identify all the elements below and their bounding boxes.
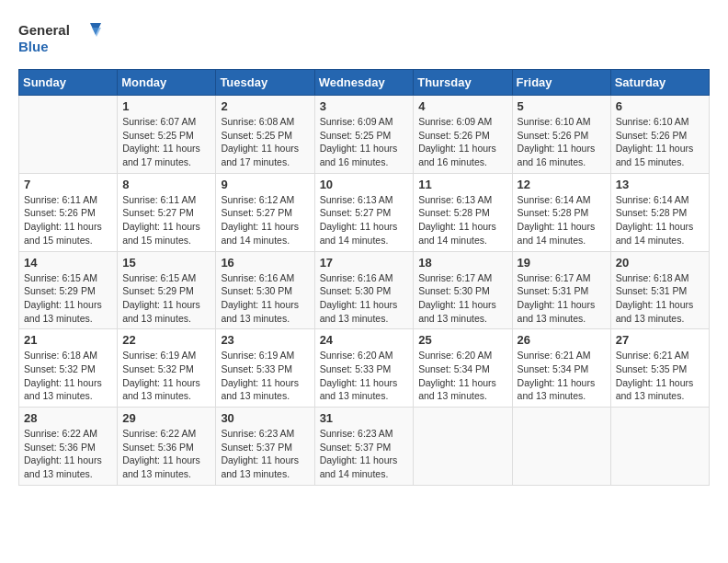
header-tuesday: Tuesday — [216, 70, 314, 96]
svg-marker-3 — [92, 28, 101, 37]
header-wednesday: Wednesday — [314, 70, 414, 96]
day-number: 30 — [221, 411, 309, 425]
day-info: Sunrise: 6:09 AMSunset: 5:25 PMDaylight:… — [320, 115, 409, 169]
day-info: Sunrise: 6:07 AMSunset: 5:25 PMDaylight:… — [122, 115, 210, 169]
day-info: Sunrise: 6:15 AMSunset: 5:29 PMDaylight:… — [24, 271, 112, 326]
day-info: Sunrise: 6:22 AMSunset: 5:36 PMDaylight:… — [122, 427, 210, 481]
day-number: 6 — [616, 99, 704, 113]
day-number: 16 — [221, 256, 309, 270]
day-info: Sunrise: 6:23 AMSunset: 5:37 PMDaylight:… — [221, 427, 309, 481]
calendar-cell: 26Sunrise: 6:21 AMSunset: 5:34 PMDayligh… — [512, 329, 610, 408]
day-info: Sunrise: 6:22 AMSunset: 5:36 PMDaylight:… — [24, 427, 112, 481]
day-number: 18 — [418, 256, 506, 270]
day-number: 7 — [24, 178, 112, 191]
header-monday: Monday — [118, 70, 216, 96]
day-info: Sunrise: 6:19 AMSunset: 5:33 PMDaylight:… — [221, 349, 309, 403]
calendar-cell: 1Sunrise: 6:07 AMSunset: 5:25 PMDaylight… — [118, 96, 216, 174]
calendar-cell: 2Sunrise: 6:08 AMSunset: 5:25 PMDaylight… — [216, 96, 314, 174]
day-number: 17 — [320, 256, 409, 270]
day-info: Sunrise: 6:20 AMSunset: 5:33 PMDaylight:… — [320, 349, 409, 403]
day-info: Sunrise: 6:14 AMSunset: 5:28 PMDaylight:… — [518, 193, 606, 247]
calendar-cell: 16Sunrise: 6:16 AMSunset: 5:30 PMDayligh… — [216, 251, 314, 329]
calendar-cell: 25Sunrise: 6:20 AMSunset: 5:34 PMDayligh… — [414, 329, 512, 408]
day-number: 14 — [24, 256, 112, 270]
calendar-cell: 9Sunrise: 6:12 AMSunset: 5:27 PMDaylight… — [216, 173, 314, 251]
header-sunday: Sunday — [19, 70, 118, 96]
calendar-table: SundayMondayTuesdayWednesdayThursdayFrid… — [18, 69, 710, 486]
day-number: 26 — [518, 333, 606, 347]
day-number: 27 — [616, 333, 704, 347]
week-row-2: 7Sunrise: 6:11 AMSunset: 5:26 PMDaylight… — [19, 173, 710, 251]
calendar-cell: 12Sunrise: 6:14 AMSunset: 5:28 PMDayligh… — [512, 173, 610, 251]
day-number: 13 — [616, 178, 704, 191]
day-number: 24 — [320, 333, 409, 347]
day-number: 5 — [518, 99, 606, 113]
day-number: 19 — [518, 256, 606, 270]
calendar-cell: 19Sunrise: 6:17 AMSunset: 5:31 PMDayligh… — [512, 251, 610, 329]
day-number: 2 — [221, 99, 309, 113]
day-info: Sunrise: 6:14 AMSunset: 5:28 PMDaylight:… — [616, 193, 704, 247]
day-number: 20 — [616, 256, 704, 270]
header-friday: Friday — [512, 70, 610, 96]
day-info: Sunrise: 6:11 AMSunset: 5:27 PMDaylight:… — [122, 193, 210, 247]
calendar-cell — [512, 408, 610, 486]
calendar-cell — [414, 408, 512, 486]
day-number: 12 — [518, 178, 606, 191]
day-info: Sunrise: 6:13 AMSunset: 5:28 PMDaylight:… — [418, 193, 506, 247]
day-number: 22 — [122, 333, 210, 347]
calendar-cell: 11Sunrise: 6:13 AMSunset: 5:28 PMDayligh… — [414, 173, 512, 251]
day-number: 25 — [418, 333, 506, 347]
calendar-cell: 18Sunrise: 6:17 AMSunset: 5:30 PMDayligh… — [414, 251, 512, 329]
calendar-cell — [19, 96, 118, 174]
day-number: 8 — [122, 178, 210, 191]
day-number: 23 — [221, 333, 309, 347]
day-number: 10 — [320, 178, 409, 191]
calendar-cell: 20Sunrise: 6:18 AMSunset: 5:31 PMDayligh… — [610, 251, 709, 329]
day-info: Sunrise: 6:21 AMSunset: 5:34 PMDaylight:… — [518, 349, 606, 403]
logo: General Blue — [18, 18, 101, 60]
day-number: 31 — [320, 411, 409, 425]
day-info: Sunrise: 6:10 AMSunset: 5:26 PMDaylight:… — [518, 115, 606, 169]
calendar-cell: 22Sunrise: 6:19 AMSunset: 5:32 PMDayligh… — [118, 329, 216, 408]
header-thursday: Thursday — [414, 70, 512, 96]
calendar-cell: 23Sunrise: 6:19 AMSunset: 5:33 PMDayligh… — [216, 329, 314, 408]
week-row-5: 28Sunrise: 6:22 AMSunset: 5:36 PMDayligh… — [19, 408, 710, 486]
day-number: 21 — [24, 333, 112, 347]
calendar-cell: 8Sunrise: 6:11 AMSunset: 5:27 PMDaylight… — [118, 173, 216, 251]
day-info: Sunrise: 6:21 AMSunset: 5:35 PMDaylight:… — [616, 349, 704, 403]
day-info: Sunrise: 6:16 AMSunset: 5:30 PMDaylight:… — [320, 271, 409, 326]
calendar-cell: 3Sunrise: 6:09 AMSunset: 5:25 PMDaylight… — [314, 96, 414, 174]
day-info: Sunrise: 6:15 AMSunset: 5:29 PMDaylight:… — [122, 271, 210, 326]
calendar-cell: 31Sunrise: 6:23 AMSunset: 5:37 PMDayligh… — [314, 408, 414, 486]
day-number: 29 — [122, 411, 210, 425]
day-number: 15 — [122, 256, 210, 270]
calendar-cell: 27Sunrise: 6:21 AMSunset: 5:35 PMDayligh… — [610, 329, 709, 408]
day-info: Sunrise: 6:08 AMSunset: 5:25 PMDaylight:… — [221, 115, 309, 169]
header-saturday: Saturday — [610, 70, 709, 96]
day-number: 28 — [24, 411, 112, 425]
calendar-cell: 29Sunrise: 6:22 AMSunset: 5:36 PMDayligh… — [118, 408, 216, 486]
svg-text:Blue: Blue — [18, 39, 49, 54]
calendar-cell: 14Sunrise: 6:15 AMSunset: 5:29 PMDayligh… — [19, 251, 118, 329]
day-info: Sunrise: 6:17 AMSunset: 5:30 PMDaylight:… — [418, 271, 506, 326]
calendar-cell: 10Sunrise: 6:13 AMSunset: 5:27 PMDayligh… — [314, 173, 414, 251]
day-number: 3 — [320, 99, 409, 113]
day-number: 1 — [122, 99, 210, 113]
day-number: 4 — [418, 99, 506, 113]
calendar-cell: 30Sunrise: 6:23 AMSunset: 5:37 PMDayligh… — [216, 408, 314, 486]
day-info: Sunrise: 6:16 AMSunset: 5:30 PMDaylight:… — [221, 271, 309, 326]
calendar-cell: 5Sunrise: 6:10 AMSunset: 5:26 PMDaylight… — [512, 96, 610, 174]
calendar-cell: 4Sunrise: 6:09 AMSunset: 5:26 PMDaylight… — [414, 96, 512, 174]
day-info: Sunrise: 6:19 AMSunset: 5:32 PMDaylight:… — [122, 349, 210, 403]
calendar-cell: 7Sunrise: 6:11 AMSunset: 5:26 PMDaylight… — [19, 173, 118, 251]
header: General Blue — [18, 18, 710, 60]
day-info: Sunrise: 6:23 AMSunset: 5:37 PMDaylight:… — [320, 427, 409, 481]
calendar-cell: 6Sunrise: 6:10 AMSunset: 5:26 PMDaylight… — [610, 96, 709, 174]
week-row-4: 21Sunrise: 6:18 AMSunset: 5:32 PMDayligh… — [19, 329, 710, 408]
day-number: 11 — [418, 178, 506, 191]
day-info: Sunrise: 6:11 AMSunset: 5:26 PMDaylight:… — [24, 193, 112, 247]
day-info: Sunrise: 6:17 AMSunset: 5:31 PMDaylight:… — [518, 271, 606, 326]
calendar-cell — [610, 408, 709, 486]
day-info: Sunrise: 6:18 AMSunset: 5:32 PMDaylight:… — [24, 349, 112, 403]
calendar-cell: 24Sunrise: 6:20 AMSunset: 5:33 PMDayligh… — [314, 329, 414, 408]
